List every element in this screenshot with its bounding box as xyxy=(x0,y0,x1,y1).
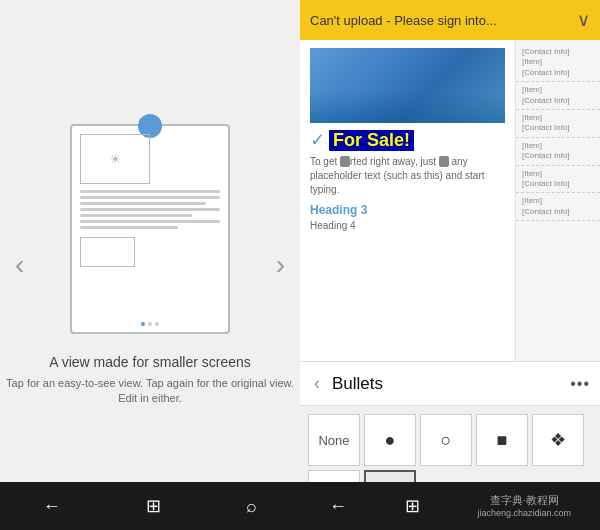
mockup-dot-2 xyxy=(148,322,152,326)
template-item-6: [Item] [Contact Info] xyxy=(516,193,600,221)
watermark-text: 查字典·教程网jiacheng.chazidian.com xyxy=(478,494,572,519)
heading4: Heading 4 xyxy=(310,220,505,231)
lock-icon-1 xyxy=(340,156,350,167)
right-panel: Can't upload - Please sign into... ∨ ✓ F… xyxy=(300,0,600,530)
for-sale-text: For Sale! xyxy=(329,130,414,151)
bullet-none[interactable]: None xyxy=(308,414,360,466)
checkmark-line: ✓ For Sale! xyxy=(310,129,505,151)
nav-right-arrow[interactable]: › xyxy=(266,239,295,291)
mockup-image-area xyxy=(80,134,150,184)
template-item-4: [Item] [Contact Info] xyxy=(516,138,600,166)
mockup-line-3 xyxy=(80,202,206,205)
doc-area: ✓ For Sale! To get rted right away, just… xyxy=(300,40,600,361)
mockup-line-1 xyxy=(80,190,220,193)
mockup-dot-active xyxy=(141,322,145,326)
left-panel: ‹ A view made for smaller screens Tap fo… xyxy=(0,0,300,530)
right-back-button[interactable]: ← xyxy=(329,496,347,517)
mockup-line-2 xyxy=(80,196,220,199)
left-caption: A view made for smaller screens Tap for … xyxy=(0,354,300,407)
mockup-dots xyxy=(141,322,159,326)
template-item-1: [Contact Info] [Item] [Contact Info] xyxy=(516,44,600,82)
bullet-filled-circle[interactable]: ● xyxy=(364,414,416,466)
template-sidebar: [Contact Info] [Item] [Contact Info] [It… xyxy=(515,40,600,361)
caption-title: A view made for smaller screens xyxy=(0,354,300,370)
nav-left-arrow[interactable]: ‹ xyxy=(5,239,34,291)
left-home-button[interactable]: ⊞ xyxy=(146,495,161,517)
notification-text: Can't upload - Please sign into... xyxy=(310,13,497,28)
bullets-more-button[interactable]: ••• xyxy=(570,375,590,393)
bullet-empty-circle[interactable]: ○ xyxy=(420,414,472,466)
bullets-header: ‹ Bullets ••• xyxy=(300,362,600,406)
caption-subtitle: Tap for an easy-to-see view. Tap again f… xyxy=(0,376,300,407)
mockup-line-7 xyxy=(80,226,178,229)
bullet-diamond[interactable]: ❖ xyxy=(532,414,584,466)
mockup-text-lines xyxy=(80,190,220,229)
chevron-down-icon[interactable]: ∨ xyxy=(577,9,590,31)
heading3: Heading 3 xyxy=(310,203,505,217)
notification-bar[interactable]: Can't upload - Please sign into... ∨ xyxy=(300,0,600,40)
left-search-button[interactable]: ⌕ xyxy=(246,496,257,517)
right-bottom-bar: ← ⊞ 查字典·教程网jiacheng.chazidian.com xyxy=(300,482,600,530)
bullet-filled-square[interactable]: ■ xyxy=(476,414,528,466)
template-item-2: [Item] [Contact Info] xyxy=(516,82,600,110)
left-bottom-bar: ← ⊞ ⌕ xyxy=(0,482,300,530)
mockup-line-4 xyxy=(80,208,220,211)
bullets-title: Bullets xyxy=(332,374,570,394)
lock-icon-2 xyxy=(439,156,449,167)
mockup-line-5 xyxy=(80,214,192,217)
doc-image xyxy=(310,48,505,123)
doc-content: ✓ For Sale! To get rted right away, just… xyxy=(300,40,515,361)
right-home-button[interactable]: ⊞ xyxy=(405,495,420,517)
mockup-dot-3 xyxy=(155,322,159,326)
checkmark-icon: ✓ xyxy=(310,129,325,151)
template-item-3: [Item] [Contact Info] xyxy=(516,110,600,138)
template-item-5: [Item] [Contact Info] xyxy=(516,166,600,194)
left-back-button[interactable]: ← xyxy=(43,496,61,517)
mockup-rectangle xyxy=(80,237,135,267)
device-mockup xyxy=(70,124,230,334)
mockup-line-6 xyxy=(80,220,220,223)
bullets-back-button[interactable]: ‹ xyxy=(310,369,324,398)
typing-prompt: To get rted right away, just any placeho… xyxy=(310,155,505,197)
